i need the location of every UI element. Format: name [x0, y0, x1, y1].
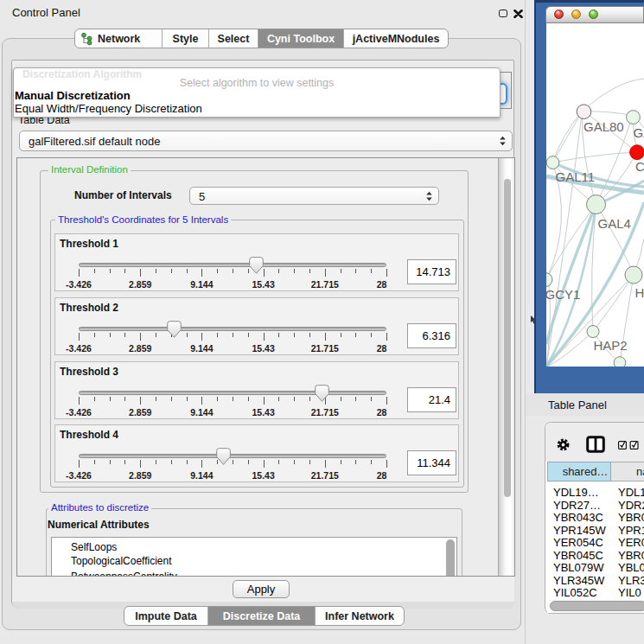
svg-text:GCY1: GCY1: [546, 287, 580, 302]
svg-text:GAL80: GAL80: [583, 119, 624, 134]
svg-text:C: C: [635, 159, 644, 174]
svg-text:GAL4: GAL4: [598, 216, 631, 231]
svg-text:H: H: [635, 285, 644, 300]
svg-text:HAP2: HAP2: [594, 338, 628, 353]
svg-text:GA: GA: [634, 125, 644, 140]
svg-text:GAL11: GAL11: [556, 169, 596, 184]
